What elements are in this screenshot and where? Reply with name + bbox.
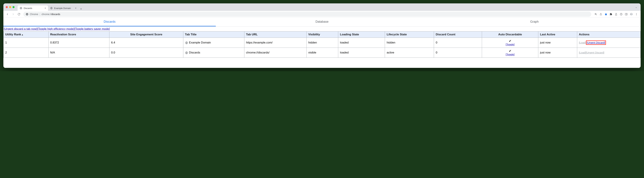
- col-actions[interactable]: Actions: [577, 32, 640, 38]
- urgent-discard-link[interactable]: [Urgent discard a tab now]: [4, 27, 37, 30]
- cell-reactivation: N/A: [48, 48, 109, 58]
- cell-visibility: hidden: [306, 38, 338, 48]
- tab-discards[interactable]: Discards: [4, 18, 216, 26]
- top-action-links: [Urgent discard a tab now][Toggle high e…: [4, 26, 640, 31]
- cell-rank: 2: [4, 48, 48, 58]
- sort-asc-icon: ▲: [22, 34, 24, 36]
- cell-loading: loaded: [338, 48, 385, 58]
- svg-point-10: [636, 14, 637, 14]
- toggle-battery-link[interactable]: [Toggle battery saver mode]: [74, 27, 110, 30]
- svg-point-11: [636, 15, 637, 15]
- labs-icon[interactable]: [614, 13, 618, 16]
- titlebar: Discards × Example Domain × + ⌄: [4, 4, 640, 11]
- view-tabs: Discards Database Graph: [4, 18, 640, 26]
- tab-title-text: Discards: [189, 51, 200, 54]
- toggle-efficiency-link[interactable]: [Toggle high efficiency mode]: [37, 27, 74, 30]
- svg-point-9: [636, 13, 637, 14]
- check-icon: ✔: [484, 39, 536, 43]
- col-last-active[interactable]: Last Active: [538, 32, 577, 38]
- window-controls: [6, 6, 14, 8]
- col-visibility[interactable]: Visibility: [306, 32, 338, 38]
- browser-tab-label: Discards: [24, 7, 43, 10]
- table-row: 10.83726.4Example Domainhttps://example.…: [4, 38, 640, 48]
- browser-tabs: Discards × Example Domain × +: [18, 4, 84, 11]
- cell-url: https://example.com/: [244, 38, 306, 48]
- minimize-window-button[interactable]: [9, 6, 11, 8]
- forward-button[interactable]: [11, 12, 16, 16]
- col-loading-state[interactable]: Loading State: [338, 32, 385, 38]
- profile-avatar-icon[interactable]: [630, 13, 633, 16]
- load-action[interactable]: [Load]: [579, 41, 586, 44]
- browser-tab-example[interactable]: Example Domain ×: [48, 6, 78, 11]
- close-tab-icon[interactable]: ×: [45, 7, 46, 10]
- svg-point-3: [26, 14, 28, 14]
- cell-last-active: just now: [538, 48, 577, 58]
- close-tab-icon[interactable]: ×: [75, 7, 76, 10]
- svg-point-8: [631, 13, 632, 14]
- globe-icon: [185, 51, 188, 54]
- omnibox-scheme-label: Chrome: [30, 13, 38, 16]
- toolbar-actions: [593, 13, 639, 16]
- col-auto-discardable[interactable]: Auto Discardable: [482, 32, 538, 38]
- globe-icon: [20, 7, 22, 10]
- table-header-row: Utility Rank▲ Reactivation Score Site En…: [4, 32, 640, 38]
- tab-graph[interactable]: Graph: [428, 18, 640, 26]
- zoom-icon[interactable]: [594, 13, 597, 16]
- cell-engagement: 0.0: [110, 48, 183, 58]
- cell-loading: loaded: [338, 38, 385, 48]
- maximize-window-button[interactable]: [12, 6, 14, 8]
- cell-tab-title: Example Domain: [183, 38, 244, 48]
- toggle-auto-link[interactable]: [Toggle]: [506, 43, 514, 46]
- cell-auto-discardable: ✔[Toggle]: [482, 38, 538, 48]
- chevron-down-icon[interactable]: ⌄: [635, 6, 637, 8]
- cell-engagement: 6.4: [110, 38, 183, 48]
- load-action[interactable]: [Load]: [579, 51, 586, 54]
- col-tab-title[interactable]: Tab Title: [183, 32, 244, 38]
- col-utility-rank[interactable]: Utility Rank▲: [4, 32, 48, 38]
- chrome-icon: [26, 13, 28, 16]
- globe-icon: [50, 7, 53, 10]
- reload-button[interactable]: [16, 12, 21, 16]
- cell-discard-count: 0: [434, 38, 482, 48]
- discards-table: Utility Rank▲ Reactivation Score Site En…: [4, 31, 640, 58]
- toolbar: Chrome | chrome://discards: [4, 11, 640, 18]
- cell-actions: [Load][Urgent Discard]: [577, 38, 640, 48]
- cell-rank: 1: [4, 38, 48, 48]
- cell-actions: [Load][Urgent Discard]: [577, 48, 640, 58]
- col-tab-url[interactable]: Tab URL: [244, 32, 306, 38]
- omnibox-url: chrome://discards: [42, 13, 60, 16]
- bookmark-star-icon[interactable]: [604, 13, 608, 16]
- cell-visibility: visible: [306, 48, 338, 58]
- svg-rect-6: [625, 13, 627, 15]
- cell-last-active: just now: [538, 38, 577, 48]
- update-icon[interactable]: [620, 13, 623, 16]
- cell-url: chrome://discards/: [244, 48, 306, 58]
- check-icon: ✔: [484, 49, 536, 53]
- urgent-discard-action[interactable]: [Urgent Discard]: [586, 51, 604, 54]
- toggle-auto-link[interactable]: [Toggle]: [506, 53, 514, 56]
- browser-window: Discards × Example Domain × + ⌄: [4, 4, 640, 68]
- browser-tab-discards[interactable]: Discards ×: [18, 6, 48, 11]
- new-tab-button[interactable]: +: [78, 7, 84, 11]
- globe-icon: [185, 41, 188, 44]
- tab-title-text: Example Domain: [189, 41, 211, 44]
- address-bar[interactable]: Chrome | chrome://discards: [23, 12, 591, 17]
- highlight-box: [Urgent Discard]: [586, 40, 606, 45]
- cell-lifecycle: active: [385, 48, 434, 58]
- share-icon[interactable]: [599, 13, 602, 16]
- extensions-icon[interactable]: [610, 13, 612, 16]
- col-reactivation[interactable]: Reactivation Score: [48, 32, 109, 38]
- side-panel-icon[interactable]: [625, 13, 628, 16]
- urgent-discard-action[interactable]: [Urgent Discard]: [587, 41, 605, 44]
- tab-database[interactable]: Database: [216, 18, 428, 26]
- browser-tab-label: Example Domain: [54, 7, 74, 10]
- table-row: 2N/A0.0Discardschrome://discards/visible…: [4, 48, 640, 58]
- back-button[interactable]: [5, 12, 10, 16]
- cell-auto-discardable: ✔[Toggle]: [482, 48, 538, 58]
- cell-tab-title: Discards: [183, 48, 244, 58]
- col-lifecycle[interactable]: Lifecycle State: [385, 32, 434, 38]
- col-engagement[interactable]: Site Engagement Score: [110, 32, 183, 38]
- close-window-button[interactable]: [6, 6, 8, 8]
- menu-dots-icon[interactable]: [635, 13, 638, 16]
- col-discard-count[interactable]: Discard Count: [434, 32, 482, 38]
